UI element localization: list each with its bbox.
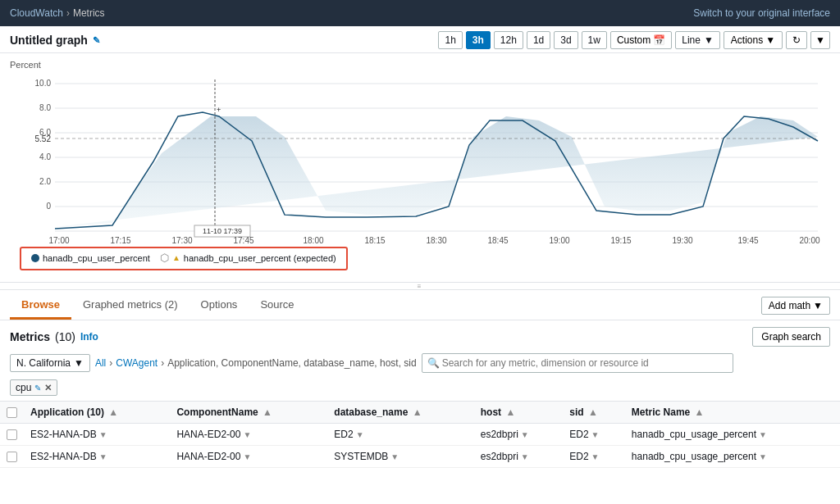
graph-search-button[interactable]: Graph search	[752, 327, 830, 347]
sid-expand-0[interactable]: ▼	[591, 430, 600, 439]
add-math-caret: ▼	[813, 300, 823, 311]
tab-options[interactable]: Options	[189, 292, 249, 320]
row-expand-0[interactable]: ▼	[99, 430, 107, 439]
svg-text:17:15: 17:15	[110, 236, 130, 243]
chart-type-label: Line	[682, 34, 701, 46]
cell-sid-1: ED2 ▼	[563, 446, 625, 468]
th-database-name[interactable]: database_name ▲	[327, 402, 473, 424]
top-nav: CloudWatch › Metrics Switch to your orig…	[0, 0, 840, 26]
svg-text:19:45: 19:45	[737, 236, 758, 243]
metrics-count: (10)	[55, 330, 75, 343]
actions-button[interactable]: Actions ▼	[724, 31, 783, 49]
graph-title-text: Untitled graph	[10, 34, 88, 47]
db-expand-0[interactable]: ▼	[356, 430, 364, 439]
chart-svg: 10.0 8.0 6.0 4.0 2.0 0 + 11-10 17:39 5.5…	[10, 71, 830, 243]
th-component-name[interactable]: ComponentName ▲	[170, 402, 327, 424]
svg-text:19:30: 19:30	[672, 236, 692, 243]
metric-search-wrapper: 🔍	[422, 353, 830, 373]
metrics-title: Metrics (10) Info	[10, 330, 98, 343]
metric-expand-1[interactable]: ▼	[759, 452, 767, 461]
tabs-bar: Browse Graphed metrics (2) Options Sourc…	[0, 292, 840, 320]
select-all-checkbox[interactable]	[7, 407, 17, 418]
db-expand-1[interactable]: ▼	[390, 452, 399, 461]
host-expand-1[interactable]: ▼	[521, 452, 529, 461]
add-math-button[interactable]: Add math ▼	[761, 297, 830, 315]
sort-arrow-db: ▲	[413, 406, 422, 418]
search-icon: 🔍	[427, 357, 440, 369]
th-sid[interactable]: sid ▲	[563, 402, 625, 424]
more-options-button[interactable]: ▼	[810, 31, 830, 49]
time-btn-3d[interactable]: 3d	[554, 31, 578, 49]
switch-interface-link[interactable]: Switch to your original interface	[693, 7, 830, 19]
th-application[interactable]: Application (10) ▲	[24, 402, 170, 424]
sort-arrow-host: ▲	[505, 406, 515, 418]
tag-label: cpu	[16, 382, 31, 393]
sort-arrow-sid: ▲	[588, 406, 598, 418]
svg-text:19:00: 19:00	[549, 236, 569, 243]
region-label: N. California	[16, 357, 71, 369]
time-btn-custom[interactable]: Custom 📅	[610, 31, 672, 49]
filter-agent[interactable]: CWAgent	[116, 357, 158, 369]
metrics-table: Application (10) ▲ ComponentName ▲ datab…	[0, 401, 840, 468]
table-header-row: Application (10) ▲ ComponentName ▲ datab…	[0, 402, 840, 424]
breadcrumb-cloudwatch[interactable]: CloudWatch	[10, 7, 63, 19]
region-select[interactable]: N. California ▼	[10, 354, 90, 372]
svg-text:17:30: 17:30	[171, 236, 192, 243]
time-btn-12h[interactable]: 12h	[494, 31, 523, 49]
refresh-icon: ↻	[792, 34, 801, 46]
table-row: ES2-HANA-DB ▼ HANA-ED2-00 ▼ SYSTEMDB ▼	[0, 446, 840, 468]
time-btn-3h[interactable]: 3h	[466, 31, 491, 49]
metric-search-input[interactable]	[422, 353, 733, 373]
time-btn-1d[interactable]: 1d	[527, 31, 550, 49]
cell-db-0: ED2 ▼	[327, 424, 473, 446]
metrics-table-container: Application (10) ▲ ComponentName ▲ datab…	[0, 401, 840, 468]
host-expand-0[interactable]: ▼	[521, 430, 529, 439]
tab-graphed-metrics[interactable]: Graphed metrics (2)	[71, 292, 189, 320]
svg-text:4.0: 4.0	[39, 152, 51, 161]
sort-arrow-application: ▲	[108, 406, 118, 418]
th-checkbox	[0, 402, 24, 424]
tag-remove-icon[interactable]: ✕	[44, 383, 52, 393]
row-expand-1[interactable]: ▼	[99, 452, 107, 461]
resize-divider[interactable]: ≡	[0, 282, 840, 290]
svg-text:8.0: 8.0	[39, 103, 51, 112]
tag-edit-icon[interactable]: ✎	[34, 384, 41, 393]
component-expand-1[interactable]: ▼	[243, 452, 251, 461]
svg-text:10.0: 10.0	[35, 79, 52, 88]
row-checkbox-0[interactable]	[7, 429, 17, 440]
tab-browse[interactable]: Browse	[10, 292, 71, 320]
row-checkbox-1[interactable]	[7, 452, 17, 462]
cell-db-1: SYSTEMDB ▼	[327, 446, 473, 468]
filter-all[interactable]: All	[95, 357, 106, 369]
tag-cpu: cpu ✎ ✕	[10, 379, 57, 396]
tabs: Browse Graphed metrics (2) Options Sourc…	[10, 292, 306, 320]
th-metric-name[interactable]: Metric Name ▲	[625, 402, 840, 424]
svg-text:+: +	[217, 106, 221, 114]
cell-component-1: HANA-ED2-00 ▼	[170, 446, 327, 468]
cell-application-0: ES2-HANA-DB ▼	[24, 424, 170, 446]
cell-application-1: ES2-HANA-DB ▼	[24, 446, 170, 468]
metric-expand-0[interactable]: ▼	[759, 430, 767, 439]
breadcrumb-metrics: Metrics	[73, 7, 105, 19]
time-btn-1h[interactable]: 1h	[438, 31, 462, 49]
th-host[interactable]: host ▲	[474, 402, 563, 424]
legend-item-2: ⬡ ▲ hanadb_cpu_user_percent (expected)	[160, 252, 336, 264]
cell-metric-1: hanadb_cpu_usage_percent ▼	[625, 446, 840, 468]
svg-text:20:00: 20:00	[799, 236, 819, 243]
tab-source[interactable]: Source	[249, 292, 305, 320]
chart-type-caret: ▼	[704, 34, 714, 46]
cell-host-0: es2dbpri ▼	[474, 424, 563, 446]
legend-triangle-icon: ▲	[172, 253, 180, 262]
time-btn-1w[interactable]: 1w	[582, 31, 607, 49]
custom-label: Custom	[617, 34, 651, 46]
chart-wrapper: 10.0 8.0 6.0 4.0 2.0 0 + 11-10 17:39 5.5…	[10, 71, 830, 243]
legend-icon-expected: ⬡	[160, 252, 169, 264]
edit-title-icon[interactable]: ✎	[93, 35, 100, 46]
metrics-info-link[interactable]: Info	[80, 331, 98, 343]
svg-text:18:00: 18:00	[303, 236, 323, 243]
refresh-button[interactable]: ↻	[786, 31, 807, 49]
sid-expand-1[interactable]: ▼	[591, 452, 600, 461]
chart-type-select[interactable]: Line ▼	[675, 31, 720, 49]
component-expand-0[interactable]: ▼	[243, 430, 251, 439]
calendar-icon: 📅	[653, 34, 665, 46]
